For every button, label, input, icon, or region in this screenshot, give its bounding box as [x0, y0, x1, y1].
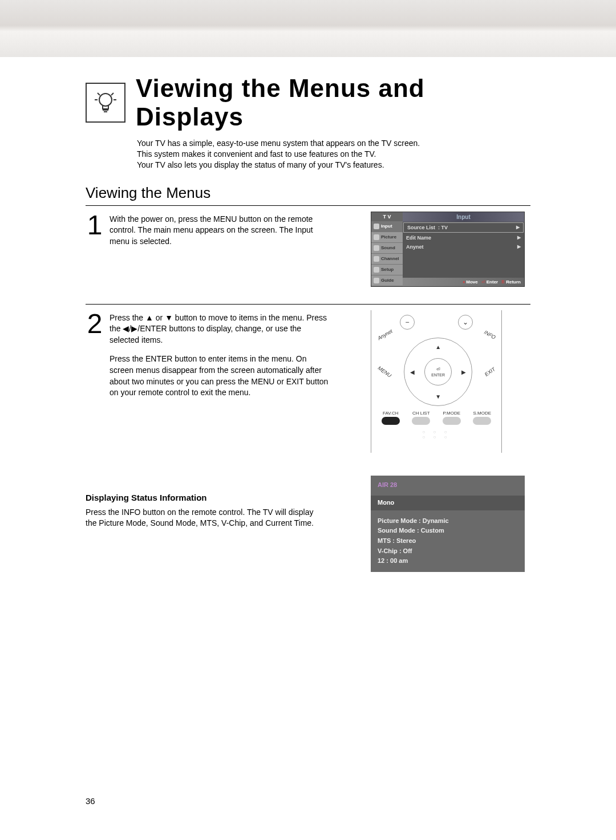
step-text: Press the ▲ or ▼ button to move to items…: [110, 313, 331, 346]
section-heading: Viewing the Menus: [86, 184, 530, 202]
chevron-right-icon: ▶: [517, 235, 521, 240]
status-line: MTS : Stereo: [378, 536, 518, 546]
osd-tab-guide[interactable]: Guide: [371, 275, 403, 286]
step-number: 1: [86, 212, 104, 255]
intro-line: Your TV has a simple, easy-to-use menu s…: [137, 138, 468, 149]
osd-row-anynet[interactable]: Anynet▶: [403, 242, 524, 251]
page-number: 36: [86, 796, 95, 806]
remote-smode[interactable]: S.MODE: [469, 411, 496, 425]
status-audio: Mono: [371, 496, 525, 510]
header-band: [0, 0, 616, 57]
status-channel: AIR 28: [371, 476, 525, 493]
remote-button[interactable]: −: [400, 315, 415, 330]
osd-tab-input[interactable]: Input: [371, 221, 403, 232]
osd-tv-label: T V: [371, 212, 403, 221]
step-text: With the power on, press the MENU button…: [110, 214, 331, 247]
step-number: 2: [86, 310, 104, 407]
svg-line-5: [98, 93, 100, 95]
remote-dpad[interactable]: ▲ ▼ ◀ ▶ ⏎ENTER: [404, 338, 472, 406]
status-line: 12 : 00 am: [378, 556, 518, 566]
step-text: Press the ENTER button to enter items in…: [110, 354, 331, 398]
remote-dots: ○ ○ ○○ ○ ○: [377, 429, 496, 440]
svg-point-0: [99, 94, 112, 106]
osd-tab-picture[interactable]: Picture: [371, 232, 403, 243]
arrow-left-icon[interactable]: ◀: [410, 368, 415, 375]
chevron-right-icon: ▶: [516, 225, 520, 230]
divider: [86, 304, 530, 305]
divider: [86, 205, 530, 206]
osd-tab-channel[interactable]: Channel: [371, 254, 403, 265]
bulb-icon: [86, 83, 125, 123]
status-osd: AIR 28 Mono Picture Mode : Dynamic Sound…: [371, 476, 525, 572]
status-line: Picture Mode : Dynamic: [378, 516, 518, 526]
remote-favch[interactable]: FAV.CH: [377, 411, 404, 425]
remote-pmode[interactable]: P.MODE: [438, 411, 465, 425]
remote-enter-button[interactable]: ⏎ENTER: [424, 358, 452, 385]
osd-title: Input: [403, 212, 524, 222]
osd-row-editname[interactable]: Edit Name▶: [403, 233, 524, 242]
status-text: Press the INFO button on the remote cont…: [86, 507, 325, 529]
remote-exit-label: EXIT: [484, 366, 496, 378]
svg-line-6: [111, 93, 114, 95]
arrow-down-icon[interactable]: ▼: [435, 393, 441, 400]
intro-line: Your TV also lets you display the status…: [137, 160, 468, 171]
osd-tab-sound[interactable]: Sound: [371, 243, 403, 254]
osd-footer: ♦ Move ⏎ Enter Ⅲ Return: [403, 278, 524, 286]
remote-control: − ⌄ Anynet INFO MENU ▲ ▼ ◀ ▶: [371, 310, 502, 453]
arrow-up-icon[interactable]: ▲: [435, 344, 441, 350]
page-title: Viewing the Menus and Displays: [136, 74, 530, 131]
remote-button[interactable]: ⌄: [458, 315, 473, 330]
arrow-right-icon[interactable]: ▶: [461, 368, 466, 375]
sub-heading: Displaying Status Information: [86, 493, 331, 502]
remote-menu-label: MENU: [377, 365, 392, 378]
remote-chlist[interactable]: CH LIST: [408, 411, 435, 425]
intro-line: This system makes it convenient and fast…: [137, 149, 468, 160]
status-line: Sound Mode : Custom: [378, 526, 518, 536]
status-line: V-Chip : Off: [378, 546, 518, 557]
intro-text: Your TV has a simple, easy-to-use menu s…: [137, 138, 468, 171]
osd-row-source[interactable]: Source List : TV▶: [403, 222, 524, 233]
osd-menu: T V Input Picture Sound Channel Setup Gu…: [371, 212, 525, 287]
osd-tab-setup[interactable]: Setup: [371, 265, 403, 275]
chevron-right-icon: ▶: [517, 244, 521, 249]
